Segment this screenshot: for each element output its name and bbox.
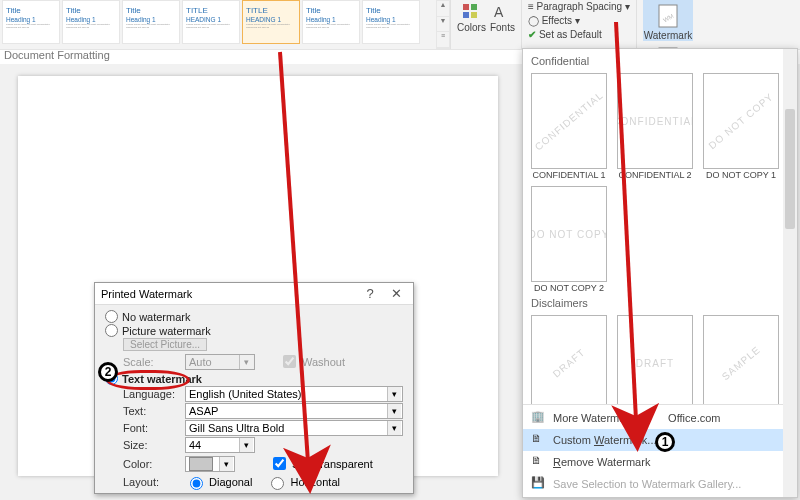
style-gallery-expand[interactable]: ▲▼≡ xyxy=(436,0,450,49)
fonts-icon: A xyxy=(492,2,512,22)
svg-rect-3 xyxy=(471,12,477,18)
fonts-label: Fonts xyxy=(490,22,515,33)
dialog-help-button[interactable]: ? xyxy=(359,286,381,301)
dialog-titlebar[interactable]: Printed Watermark ? ✕ xyxy=(95,283,413,305)
style-set-3[interactable]: TITLEHEADING 1Lorem ipsum dolor sit amet… xyxy=(182,0,240,44)
menu-more-watermarks[interactable]: 🏢More Watermarks from Office.com xyxy=(523,407,797,429)
formatting-options: ≡ Paragraph Spacing ▾ ◯ Effects ▾ ✔Set a… xyxy=(521,0,636,49)
svg-rect-1 xyxy=(471,4,477,10)
design-ribbon: TitleHeading 1Lorem ipsum dolor sit amet… xyxy=(0,0,800,50)
watermark-gallery-scroll[interactable]: Confidential CONFIDENTIALCONFIDENTIAL 1 … xyxy=(523,49,797,404)
gallery-scrollbar[interactable] xyxy=(783,49,797,497)
size-label: Size: xyxy=(123,439,181,451)
style-body-preview: Lorem ipsum dolor sit amet consectetur a… xyxy=(6,23,56,45)
color-combo[interactable]: ▾ xyxy=(185,456,235,472)
style-set-1[interactable]: TitleHeading 1Lorem ipsum dolor sit amet… xyxy=(62,0,120,44)
semitransparent-checkbox[interactable]: Semitransparent xyxy=(269,454,373,473)
custom-watermark-icon: 🗎 xyxy=(531,432,547,448)
scale-label: Scale: xyxy=(123,356,181,368)
watermark-label: Watermark xyxy=(644,30,693,41)
scrollbar-thumb[interactable] xyxy=(785,109,795,229)
watermark-gallery-dropdown: Confidential CONFIDENTIALCONFIDENTIAL 1 … xyxy=(522,48,798,498)
check-icon: ✔ xyxy=(528,29,536,40)
layout-label: Layout: xyxy=(123,476,181,488)
set-default-button[interactable]: ✔Set as Default xyxy=(528,28,630,42)
watermark-tile-sample-1[interactable]: SAMPLESAMPLE 1 xyxy=(701,313,781,404)
colors-icon xyxy=(461,2,481,22)
chevron-down-icon[interactable]: ▾ xyxy=(387,404,401,418)
text-combo[interactable]: ASAP▾ xyxy=(185,403,403,419)
effects-icon: ◯ xyxy=(528,15,539,26)
style-set-6[interactable]: TitleHeading 1Lorem ipsum dolor sit amet… xyxy=(362,0,420,44)
style-set-0[interactable]: TitleHeading 1Lorem ipsum dolor sit amet… xyxy=(2,0,60,44)
layout-horizontal-radio[interactable]: Horizontal xyxy=(266,474,340,490)
save-gallery-icon: 💾 xyxy=(531,476,547,492)
washout-checkbox: Washout xyxy=(279,352,345,371)
dialog-close-button[interactable]: ✕ xyxy=(385,286,407,301)
fonts-button[interactable]: A Fonts xyxy=(490,0,515,33)
spacing-icon: ≡ xyxy=(528,1,534,12)
color-swatch xyxy=(189,457,213,471)
layout-diagonal-radio[interactable]: Diagonal xyxy=(185,474,252,490)
highlight-ring-text-watermark xyxy=(106,370,190,390)
watermark-tile-draft-2[interactable]: DRAFTDRAFT 2 xyxy=(615,313,695,404)
select-picture-button: Select Picture... xyxy=(123,338,207,351)
chevron-down-icon[interactable]: ▾ xyxy=(387,387,401,401)
svg-rect-2 xyxy=(463,12,469,18)
colors-label: Colors xyxy=(457,22,486,33)
group-label-document-formatting: Document Formatting xyxy=(4,49,110,61)
watermark-icon: WM xyxy=(654,2,682,30)
color-label: Color: xyxy=(123,458,181,470)
style-set-2[interactable]: TitleHeading 1Lorem ipsum dolor sit amet… xyxy=(122,0,180,44)
font-combo[interactable]: Gill Sans Ultra Bold▾ xyxy=(185,420,403,436)
chevron-down-icon: ▾ xyxy=(239,355,253,369)
style-heading: Heading 1 xyxy=(6,16,56,23)
watermark-tile-donotcopy-1[interactable]: DO NOT COPYDO NOT COPY 1 xyxy=(701,71,781,182)
language-combo[interactable]: English (United States)▾ xyxy=(185,386,403,402)
radio-picture-watermark[interactable]: Picture watermark xyxy=(105,324,403,337)
style-set-4[interactable]: TITLEHEADING 1Lorem ipsum dolor sit amet… xyxy=(242,0,300,44)
remove-watermark-icon: 🗎 xyxy=(531,454,547,470)
style-set-5[interactable]: TitleHeading 1Lorem ipsum dolor sit amet… xyxy=(302,0,360,44)
paragraph-spacing-button[interactable]: ≡ Paragraph Spacing ▾ xyxy=(528,0,630,14)
radio-no-watermark[interactable]: No watermark xyxy=(105,310,403,323)
svg-text:A: A xyxy=(494,4,504,20)
menu-save-gallery: 💾Save Selection to Watermark Gallery... xyxy=(523,473,797,495)
callout-marker-2: 2 xyxy=(98,362,118,382)
wm-category-confidential: Confidential xyxy=(531,55,795,67)
chevron-down-icon[interactable]: ▾ xyxy=(219,457,233,471)
dialog-title: Printed Watermark xyxy=(101,288,192,300)
menu-remove-watermark[interactable]: 🗎Remove Watermark xyxy=(523,451,797,473)
chevron-down-icon[interactable]: ▾ xyxy=(387,421,401,435)
scale-combo: Auto▾ xyxy=(185,354,255,370)
chevron-down-icon[interactable]: ▾ xyxy=(239,438,253,452)
colors-button[interactable]: Colors xyxy=(457,0,486,33)
svg-rect-0 xyxy=(463,4,469,10)
office-icon: 🏢 xyxy=(531,410,547,426)
watermark-tile-confidential-2[interactable]: CONFIDENTIALCONFIDENTIAL 2 xyxy=(615,71,695,182)
watermark-tile-draft-1[interactable]: DRAFTDRAFT 1 xyxy=(529,313,609,404)
effects-button[interactable]: ◯ Effects ▾ xyxy=(528,14,630,28)
document-formatting-gallery[interactable]: TitleHeading 1Lorem ipsum dolor sit amet… xyxy=(0,0,436,49)
watermark-tile-confidential-1[interactable]: CONFIDENTIALCONFIDENTIAL 1 xyxy=(529,71,609,182)
callout-marker-1: 1 xyxy=(655,432,675,452)
colors-fonts-group: Colors A Fonts xyxy=(450,0,521,49)
watermark-tile-donotcopy-2[interactable]: DO NOT COPYDO NOT COPY 2 xyxy=(529,184,609,295)
wm-category-disclaimers: Disclaimers xyxy=(531,297,795,309)
size-combo[interactable]: 44▾ xyxy=(185,437,255,453)
text-label: Text: xyxy=(123,405,181,417)
page-background-group: WM Watermark Page Color Page Borders xyxy=(636,0,699,49)
style-title: Title xyxy=(6,6,21,15)
watermark-button[interactable]: WM Watermark xyxy=(643,0,693,41)
font-label: Font: xyxy=(123,422,181,434)
